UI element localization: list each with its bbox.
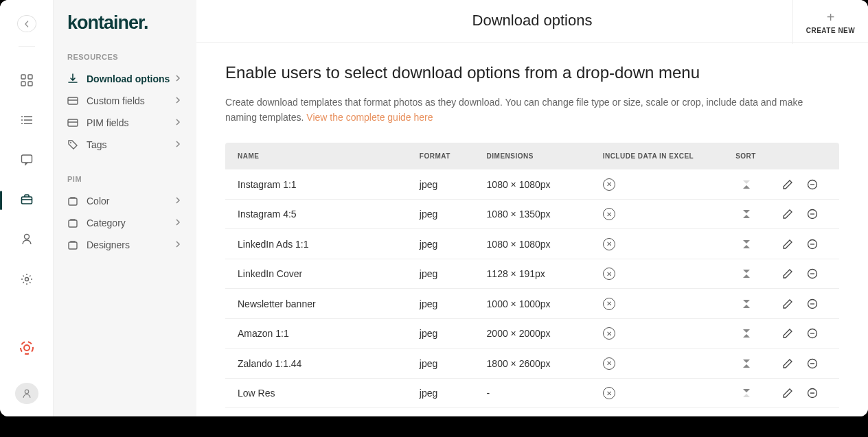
cell-name: Amazon 1:1 (225, 318, 407, 349)
create-new-button[interactable]: + CREATE NEW (792, 0, 868, 44)
cell-format: jpeg (407, 318, 475, 349)
guide-link[interactable]: View the complete guide here (306, 112, 433, 123)
sort-up-icon[interactable] (743, 274, 750, 278)
svg-rect-23 (69, 198, 77, 205)
edit-button[interactable] (781, 238, 794, 250)
sidebar-item-download-options[interactable]: Download options (54, 68, 196, 90)
sort-down-icon[interactable] (743, 329, 750, 333)
cell-excel: ✕ (591, 169, 724, 199)
edit-button[interactable] (781, 357, 794, 370)
sidebar-item-color[interactable]: Color (54, 190, 196, 212)
delete-button[interactable] (806, 268, 819, 280)
sort-up-icon[interactable] (743, 215, 750, 218)
edit-button[interactable] (781, 178, 794, 191)
delete-button[interactable] (806, 327, 819, 340)
cell-dimensions: 1128 × 191px (475, 259, 591, 289)
remove-circle-icon (807, 209, 818, 220)
table-row: Amazon 1:1jpeg2000 × 2000px✕ (225, 318, 839, 349)
topbar: Download options + CREATE NEW (196, 0, 868, 43)
svg-point-15 (21, 342, 33, 354)
cell-name: Instagram 1:1 (225, 169, 407, 199)
cell-name: LinkedIn Ads 1:1 (225, 229, 407, 259)
sidebar-item-pim-fields[interactable]: PIM fields (54, 112, 196, 134)
th-dimensions: DIMENSIONS (475, 143, 591, 169)
chevron-right-icon (174, 197, 183, 205)
box-icon (67, 217, 78, 228)
delete-button[interactable] (806, 357, 819, 370)
sort-down-icon (743, 180, 750, 184)
grid-icon (21, 74, 33, 86)
sort-up-icon[interactable] (743, 185, 750, 189)
table-row: LinkedIn Ads 1:1jpeg1080 × 1080px✕ (225, 229, 839, 259)
cell-actions (769, 349, 839, 379)
page-title: Download options (196, 12, 868, 29)
sort-up-icon[interactable] (743, 364, 750, 368)
sort-down-icon[interactable] (743, 270, 750, 273)
cell-actions (769, 229, 839, 259)
back-button[interactable] (17, 15, 36, 32)
rail-nav-user[interactable] (20, 233, 34, 246)
sidebar-item-label: Tags (87, 139, 174, 150)
rail-avatar[interactable] (15, 383, 38, 404)
sidebar-item-custom-fields[interactable]: Custom fields (54, 90, 196, 112)
svg-rect-11 (21, 197, 32, 204)
chat-icon (21, 154, 33, 166)
pencil-icon (782, 268, 793, 279)
sort-down-icon[interactable] (743, 359, 750, 363)
cell-name: Zalando 1:1.44 (225, 349, 407, 379)
cell-dimensions: 1080 × 1080px (475, 169, 591, 199)
edit-button[interactable] (781, 387, 794, 399)
cell-excel: ✕ (591, 289, 724, 319)
rail-nav-list[interactable] (20, 114, 34, 126)
sidebar-item-label: Designers (87, 239, 174, 250)
sort-down-icon[interactable] (743, 300, 750, 303)
rail-nav-briefcase[interactable] (20, 193, 34, 206)
excel-false-icon: ✕ (603, 357, 615, 370)
chevron-right-icon (174, 119, 183, 127)
remove-circle-icon (807, 328, 818, 339)
cell-excel: ✕ (591, 259, 724, 289)
th-format: FORMAT (407, 143, 475, 169)
sort-down-icon[interactable] (743, 389, 750, 392)
edit-button[interactable] (781, 268, 794, 280)
pencil-icon (782, 239, 793, 250)
svg-rect-25 (69, 242, 77, 249)
svg-rect-0 (21, 75, 25, 79)
edit-button[interactable] (781, 327, 794, 340)
cell-format: jpeg (407, 289, 475, 319)
edit-button[interactable] (781, 208, 794, 220)
rail-nav-chat[interactable] (20, 154, 34, 166)
sidebar-item-tags[interactable]: Tags (54, 134, 196, 156)
rail-help[interactable] (19, 340, 34, 355)
delete-button[interactable] (806, 178, 819, 191)
cell-dimensions: - (475, 378, 591, 408)
chevron-right-icon (174, 241, 183, 249)
content-description: Create download templates that format ph… (225, 95, 830, 126)
svg-rect-2 (21, 82, 25, 86)
rail-nav-settings[interactable] (20, 273, 34, 285)
cell-dimensions: 1800 × 2600px (475, 349, 591, 379)
sort-up-icon[interactable] (743, 334, 750, 338)
sort-down-icon[interactable] (743, 210, 750, 213)
cell-sort (723, 378, 769, 408)
delete-button[interactable] (806, 238, 819, 250)
svg-rect-1 (28, 75, 32, 79)
sort-up-icon[interactable] (743, 305, 750, 308)
delete-button[interactable] (806, 298, 819, 310)
sidebar-item-category[interactable]: Category (54, 212, 196, 234)
cell-dimensions: 1080 × 1080px (475, 229, 591, 259)
cell-format: jpeg (407, 199, 475, 229)
sort-up-icon[interactable] (743, 245, 750, 248)
sort-down-icon[interactable] (743, 240, 750, 244)
delete-button[interactable] (806, 208, 819, 220)
cell-actions (769, 169, 839, 199)
cell-format: jpeg (407, 378, 475, 408)
rail-nav-grid[interactable] (20, 74, 34, 86)
edit-button[interactable] (781, 298, 794, 310)
cell-excel: ✕ (591, 229, 724, 259)
remove-circle-icon (807, 239, 818, 250)
delete-button[interactable] (806, 387, 819, 399)
cell-name: LinkedIn Cover (225, 259, 407, 289)
lifebuoy-icon (19, 340, 34, 355)
sidebar-item-designers[interactable]: Designers (54, 234, 196, 256)
